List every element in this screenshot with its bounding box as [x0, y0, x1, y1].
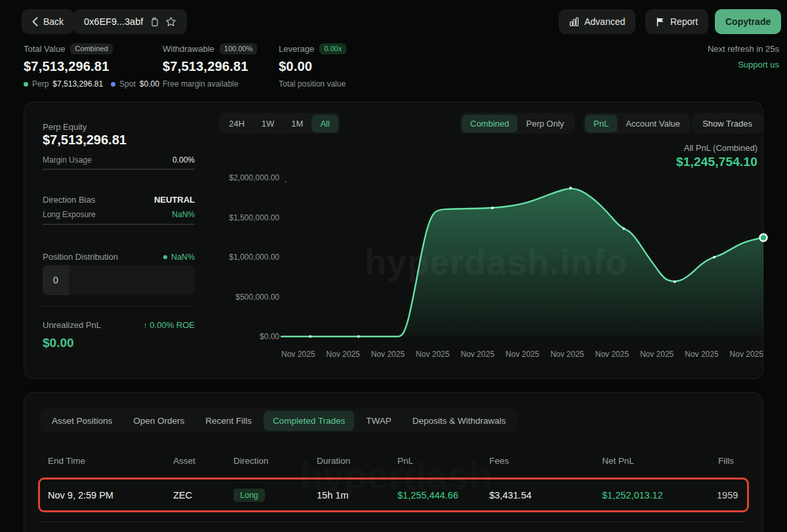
data-point-dot [309, 335, 312, 338]
perp-label: Perp [32, 79, 49, 89]
pnl-endpoint-dot [760, 234, 767, 241]
y-axis: $2,000,000.00 $1,500,000.00 $1,000,000.0… [24, 102, 279, 379]
withdrawable-amount: $7,513,296.81 [163, 59, 257, 74]
cell-asset: ZEC [173, 490, 233, 501]
total-value-amount: $7,513,296.81 [24, 59, 159, 74]
y-tick: $0.00 [260, 332, 279, 341]
spot-value: $0.00 [140, 79, 159, 89]
all-pnl-value: $1,245,754.10 [676, 155, 757, 169]
copytrade-label: Copytrade [725, 16, 771, 27]
withdrawable-badge: 100.00% [220, 43, 257, 54]
cell-end-time: Nov 9, 2:59 PM [48, 490, 173, 501]
flag-icon [656, 17, 665, 27]
data-point-dot [357, 335, 360, 338]
tab-pnl[interactable]: PnL [585, 115, 617, 133]
chevron-left-icon [32, 17, 38, 26]
wallet-address: 0x6EF9...3abf [84, 16, 143, 27]
tab-account-value[interactable]: Account Value [617, 115, 689, 133]
col-asset: Asset [173, 456, 233, 466]
tab-twap[interactable]: TWAP [357, 411, 401, 431]
next-refresh-text: Next refresh in 25s [635, 44, 779, 54]
combined-badge: Combined [70, 43, 112, 54]
x-axis-label: Nov 2025 [371, 350, 405, 359]
row-divider [40, 522, 747, 522]
col-fills: Fills [717, 456, 739, 466]
x-axis-label: Nov 2025 [506, 350, 539, 359]
tab-all[interactable]: All [312, 115, 338, 133]
tab-deposits-withdrawals[interactable]: Deposits & Withdrawals [403, 411, 515, 431]
x-axis-label: Nov 2025 [416, 350, 449, 359]
data-point-dot [674, 281, 676, 283]
leverage-amount: $0.00 [279, 59, 346, 74]
leverage-label: Leverage [279, 44, 314, 54]
tab-completed-trades[interactable]: Completed Trades [264, 411, 354, 431]
advanced-label: Advanced [584, 16, 625, 27]
leverage-sub: Total position value [279, 79, 346, 89]
copytrade-button[interactable]: Copytrade [715, 9, 781, 34]
col-duration: Duration [317, 456, 397, 466]
cell-fees: $3,431.54 [489, 490, 602, 501]
back-button[interactable]: Back [22, 9, 74, 34]
withdrawable-label: Withdrawable [163, 44, 214, 54]
y-tick: $2,000,000.00 [229, 173, 279, 182]
bottom-tabs: Asset Positions Open Orders Recent Fills… [40, 409, 517, 432]
tab-1m[interactable]: 1M [283, 115, 312, 133]
overview-panel: Perp Equity $7,513,296.81 Margin Usage 0… [24, 102, 763, 379]
pnl-area [281, 189, 763, 337]
cell-fills: 1959 [717, 490, 743, 501]
x-axis-label: Nov 2025 [730, 350, 763, 359]
x-axis-label: Nov 2025 [460, 350, 494, 359]
pnl-chart-svg[interactable] [281, 178, 763, 337]
direction-badge: Long [233, 489, 265, 502]
total-value-label: Total Value [24, 44, 65, 54]
x-axis: Nov 2025Nov 2025Nov 2025Nov 2025Nov 2025… [281, 350, 763, 359]
wallet-address-pill[interactable]: 0x6EF9...3abf [73, 9, 187, 34]
cell-net-pnl: $1,252,013.12 [602, 490, 717, 501]
x-axis-label: Nov 2025 [281, 350, 315, 359]
y-tick: $500,000.00 [235, 293, 279, 302]
cell-duration: 15h 1m [317, 490, 397, 501]
data-point-dot [569, 187, 572, 190]
back-label: Back [43, 16, 64, 27]
report-button[interactable]: Report [645, 9, 708, 34]
x-axis-label: Nov 2025 [595, 350, 629, 359]
report-label: Report [670, 16, 698, 27]
col-direction: Direction [233, 456, 317, 466]
table-row[interactable]: Nov 9, 2:59 PM ZEC Long 15h 1m $1,255,44… [48, 480, 739, 511]
copy-icon[interactable] [150, 17, 159, 27]
perp-value: $7,513,296.81 [52, 79, 103, 89]
cell-pnl: $1,255,444.66 [397, 490, 489, 501]
show-trades-button[interactable]: Show Trades [692, 113, 763, 134]
metric-tabs: PnL Account Value [583, 113, 691, 134]
advanced-button[interactable]: Advanced [559, 9, 636, 34]
col-end-time: End Time [48, 456, 173, 466]
tab-combined[interactable]: Combined [462, 115, 517, 133]
data-point-dot [713, 256, 716, 258]
trades-panel: hyperdash Asset Positions Open Orders Re… [24, 392, 763, 532]
bar-chart-icon [569, 17, 579, 27]
col-net-pnl: Net PnL [602, 456, 717, 466]
tab-asset-positions[interactable]: Asset Positions [43, 411, 121, 431]
favorite-star-icon[interactable] [165, 16, 176, 27]
support-us-link[interactable]: Support us [635, 60, 779, 70]
spot-dot [111, 82, 115, 87]
col-pnl: PnL [397, 456, 489, 466]
leverage-stat: Leverage 0.00x $0.00 Total position valu… [279, 43, 346, 89]
tab-recent-fills[interactable]: Recent Fills [196, 411, 261, 431]
data-point-dot [622, 227, 625, 230]
col-fees: Fees [489, 456, 602, 466]
perp-dot [24, 82, 28, 87]
total-value-stat: Total Value Combined $7,513,296.81 Perp … [24, 43, 159, 89]
x-axis-label: Nov 2025 [326, 350, 359, 359]
y-tick: $1,000,000.00 [229, 253, 279, 262]
y-tick: $1,500,000.00 [229, 213, 279, 222]
data-point-dot [491, 207, 494, 209]
x-axis-label: Nov 2025 [685, 350, 718, 359]
trades-table-header: End Time Asset Direction Duration PnL Fe… [48, 456, 739, 466]
leverage-badge: 0.00x [319, 43, 346, 54]
tab-perp-only[interactable]: Perp Only [517, 115, 573, 133]
spot-label: Spot [119, 79, 136, 89]
withdrawable-stat: Withdrawable 100.00% $7,513,296.81 Free … [163, 43, 257, 89]
withdrawable-sub: Free margin available [163, 79, 238, 89]
tab-open-orders[interactable]: Open Orders [124, 411, 193, 431]
